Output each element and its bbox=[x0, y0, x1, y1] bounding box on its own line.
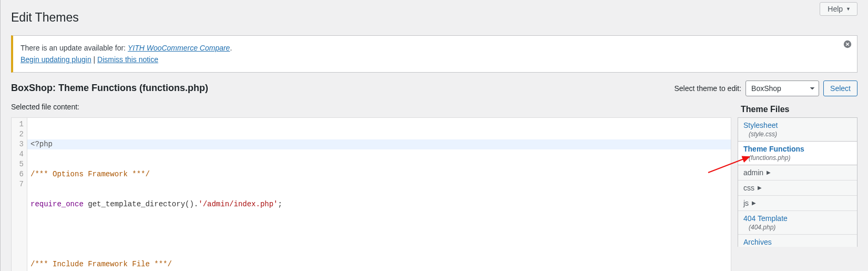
dismiss-notice-link[interactable]: Dismiss this notice bbox=[97, 55, 158, 64]
notice-text-post: . bbox=[230, 44, 232, 52]
selected-file-label: Selected file content: bbox=[11, 103, 79, 111]
file-heading: BoxShop: Theme Functions (functions.php) bbox=[11, 83, 208, 94]
chevron-right-icon: ▶ bbox=[767, 169, 771, 175]
line-gutter: 1 2 3 4 5 6 7 bbox=[12, 118, 27, 271]
notice-plugin-link[interactable]: YITH WooCommerce Compare bbox=[128, 44, 230, 52]
folder-item-css[interactable]: css ▶ bbox=[738, 180, 857, 196]
code-editor[interactable]: 1 2 3 4 5 6 7 <?php /*** Options Framewo… bbox=[11, 117, 731, 271]
help-dropdown[interactable]: Help ▼ bbox=[820, 2, 857, 16]
file-item-404[interactable]: 404 Template (404.php) bbox=[738, 211, 857, 235]
close-icon[interactable] bbox=[842, 39, 853, 49]
file-item-functions[interactable]: Theme Functions (functions.php) bbox=[738, 141, 857, 165]
notice-sep: | bbox=[91, 55, 97, 64]
code-content[interactable]: <?php /*** Options Framework ***/ requir… bbox=[27, 118, 731, 271]
theme-select-label: Select theme to edit: bbox=[674, 84, 741, 93]
theme-files-list[interactable]: Stylesheet (style.css) Theme Functions (… bbox=[738, 117, 857, 247]
theme-files-heading: Theme Files bbox=[738, 105, 857, 114]
select-button[interactable]: Select bbox=[823, 81, 857, 96]
page-title: Edit Themes bbox=[11, 5, 857, 28]
folder-item-js[interactable]: js ▶ bbox=[738, 196, 857, 211]
notice-text-pre: There is an update available for: bbox=[21, 44, 128, 52]
chevron-right-icon: ▶ bbox=[758, 185, 762, 190]
update-notice: There is an update available for: YITH W… bbox=[11, 35, 857, 73]
begin-updating-link[interactable]: Begin updating plugin bbox=[21, 55, 91, 64]
theme-select-dropdown[interactable]: BoxShop bbox=[746, 81, 819, 96]
help-label: Help bbox=[828, 5, 843, 13]
chevron-right-icon: ▶ bbox=[752, 200, 756, 206]
chevron-down-icon: ▼ bbox=[846, 6, 851, 12]
file-item-archives[interactable]: Archives bbox=[738, 235, 857, 247]
folder-item-admin[interactable]: admin ▶ bbox=[738, 165, 857, 180]
file-item-stylesheet[interactable]: Stylesheet (style.css) bbox=[738, 118, 857, 142]
